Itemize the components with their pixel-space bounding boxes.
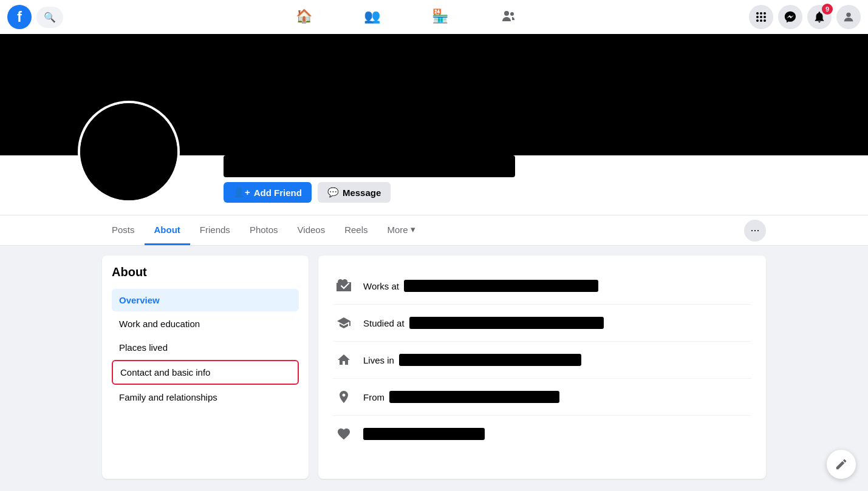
message-button[interactable]: 💬 Message: [318, 182, 391, 203]
about-title: About: [112, 265, 299, 279]
top-navigation: f 🔍 🏠 👥 🏪 9: [0, 0, 868, 34]
account-menu-button[interactable]: [836, 5, 861, 29]
about-sidebar: About Overview Work and education Places…: [102, 256, 309, 479]
nav-marketplace[interactable]: 🏪: [406, 2, 474, 32]
lives-in-text: Lives in: [363, 354, 581, 366]
lives-in-label: Lives in: [363, 355, 394, 365]
chevron-down-icon: ▾: [411, 224, 415, 235]
education-icon: [333, 312, 355, 334]
info-row-lives-in: Lives in: [333, 342, 751, 379]
svg-point-7: [764, 16, 766, 18]
facebook-logo[interactable]: f: [7, 5, 32, 29]
relationship-icon: [333, 423, 355, 445]
more-label: More: [388, 225, 408, 235]
add-friend-label: Add Friend: [254, 188, 302, 198]
nav-left: f 🔍: [7, 5, 63, 29]
tab-posts[interactable]: Posts: [102, 216, 145, 245]
tab-more[interactable]: More ▾: [378, 215, 425, 245]
main-content: About Overview Work and education Places…: [0, 246, 868, 489]
edit-fab-button[interactable]: [827, 450, 856, 479]
svg-rect-12: [341, 281, 346, 282]
search-box[interactable]: 🔍: [36, 7, 63, 28]
location-icon: [333, 386, 355, 408]
svg-point-10: [764, 19, 766, 22]
profile-wrapper: 👤+ Add Friend 💬 Message: [0, 34, 868, 215]
tab-reels[interactable]: Reels: [335, 216, 377, 245]
info-row-works-at: Works at: [333, 268, 751, 305]
nav-groups[interactable]: [474, 2, 542, 32]
svg-point-5: [756, 16, 759, 18]
svg-point-0: [504, 11, 509, 16]
studied-at-text: Studied at: [363, 317, 604, 329]
add-friend-icon: 👤+: [233, 187, 250, 198]
info-row-from: From: [333, 379, 751, 416]
message-label: Message: [343, 188, 381, 198]
svg-point-4: [764, 12, 766, 15]
svg-point-11: [846, 13, 850, 17]
info-row-relationship: [333, 416, 751, 452]
message-icon: 💬: [327, 187, 339, 198]
sidebar-item-work-education[interactable]: Work and education: [112, 313, 299, 335]
add-friend-button[interactable]: 👤+ Add Friend: [224, 182, 312, 203]
nav-center: 🏠 👥 🏪: [63, 2, 749, 32]
studied-at-label: Studied at: [363, 318, 405, 328]
tab-about[interactable]: About: [145, 216, 190, 245]
apps-menu-button[interactable]: [749, 5, 773, 29]
notification-badge: 9: [822, 4, 833, 15]
works-at-text: Works at: [363, 280, 598, 292]
profile-tabs: Posts About Friends Photos Videos Reels …: [0, 215, 868, 246]
profile-name-redacted: [224, 155, 515, 177]
sidebar-item-contact-basic-info[interactable]: Contact and basic info: [112, 360, 299, 385]
home-icon: [333, 349, 355, 371]
studied-at-value-redacted: [409, 317, 604, 329]
info-row-studied-at: Studied at: [333, 305, 751, 342]
notifications-button[interactable]: 9: [807, 5, 832, 29]
messenger-button[interactable]: [778, 5, 802, 29]
works-at-label: Works at: [363, 281, 399, 291]
svg-point-2: [756, 12, 759, 15]
nav-right: 9: [749, 5, 861, 29]
svg-point-9: [760, 19, 762, 22]
relationship-text: [363, 428, 485, 440]
nav-friends[interactable]: 👥: [338, 2, 406, 32]
sidebar-item-family-relationships[interactable]: Family and relationships: [112, 386, 299, 408]
tab-photos[interactable]: Photos: [240, 216, 288, 245]
avatar: [78, 101, 180, 203]
search-icon: 🔍: [44, 12, 56, 23]
work-icon: [333, 275, 355, 297]
svg-point-3: [760, 12, 762, 15]
avatar-wrapper: [78, 113, 180, 215]
from-value-redacted: [389, 391, 559, 403]
profile-name-area: 👤+ Add Friend 💬 Message: [224, 155, 766, 208]
svg-point-6: [760, 16, 762, 18]
sidebar-item-overview[interactable]: Overview: [112, 289, 299, 311]
lives-in-value-redacted: [399, 354, 581, 366]
tab-friends[interactable]: Friends: [190, 216, 240, 245]
nav-home[interactable]: 🏠: [270, 2, 338, 32]
tab-options-button[interactable]: ···: [744, 220, 766, 242]
sidebar-item-places-lived[interactable]: Places lived: [112, 336, 299, 359]
relationship-value-redacted: [363, 428, 485, 440]
svg-point-1: [510, 12, 514, 16]
tab-videos[interactable]: Videos: [288, 216, 335, 245]
svg-point-8: [756, 19, 759, 22]
works-at-value-redacted: [404, 280, 598, 292]
from-text: From: [363, 391, 559, 403]
profile-bottom: 👤+ Add Friend 💬 Message: [0, 155, 868, 215]
profile-actions: 👤+ Add Friend 💬 Message: [224, 182, 766, 203]
from-label: From: [363, 392, 384, 402]
about-main-panel: Works at Studied at Lives in: [318, 256, 766, 479]
